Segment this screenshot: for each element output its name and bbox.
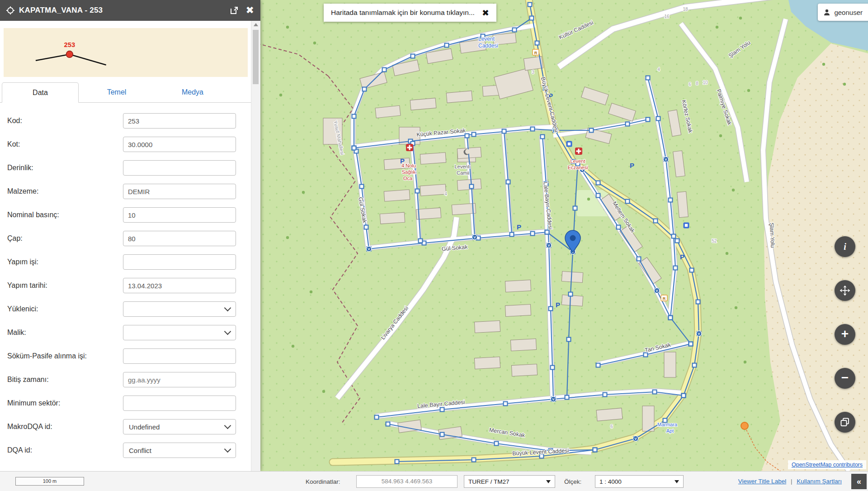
crs-select[interactable]: TUREF / TM27 [464, 475, 555, 488]
field-label: Nominal basınç: [7, 211, 123, 219]
derinlik-input[interactable] [123, 160, 236, 176]
pharmacy-icon [575, 148, 582, 155]
building [457, 179, 481, 191]
field-control [123, 160, 236, 176]
coordinates-value[interactable]: 584.963 4.469.563 [356, 475, 458, 488]
layers-button[interactable] [835, 412, 855, 433]
yuklenici-select[interactable] [123, 301, 236, 317]
svg-text:V: V [656, 289, 658, 293]
field-label: Minimum sektör: [7, 399, 123, 407]
tab-temel[interactable]: Temel [79, 82, 155, 102]
feature-diagram: 253 [4, 28, 248, 77]
kot-input[interactable] [123, 137, 236, 152]
zoom-in-button[interactable]: + [835, 324, 855, 345]
building [420, 184, 446, 196]
tree-icon [843, 83, 846, 86]
zoom-out-button[interactable]: − [835, 368, 855, 389]
map-area[interactable]: PPPPPPRRVVVVVVVVVVVKültür CaddesiPalmiye… [260, 0, 868, 471]
collapse-sidebar-button[interactable]: « [851, 474, 867, 489]
close-icon[interactable]: ✖ [482, 9, 489, 17]
building [561, 271, 583, 282]
app-root: PPPPPPRRVVVVVVVVVVVKültür CaddesiPalmiye… [0, 0, 868, 491]
building [380, 212, 405, 224]
field-control: Undefined [123, 419, 236, 434]
building [420, 153, 446, 164]
tab-data[interactable]: Data [2, 82, 79, 103]
osm-attribution-link[interactable]: OpenStreetMap contributors [792, 462, 863, 468]
user-chip[interactable]: geonuser [818, 4, 868, 21]
nominal-basinc-input[interactable] [123, 207, 236, 223]
svg-text:V: V [634, 437, 637, 441]
valve-icon[interactable]: V [663, 157, 669, 162]
map-scalebar: 100 m [15, 477, 84, 486]
map-label: Apt [666, 428, 674, 434]
minus-icon: − [841, 372, 849, 384]
field-control [123, 372, 236, 387]
sokum-pasife-alinma-isi-input[interactable] [123, 348, 236, 364]
field-control [123, 325, 236, 340]
crs-value: TUREF / TM27 [468, 478, 509, 485]
map-label: 52 [712, 238, 717, 243]
bus-stop-icon [566, 141, 572, 147]
svg-text:V: V [368, 247, 370, 251]
map-label: 4 [444, 191, 447, 196]
tree-icon [726, 252, 728, 255]
yapim-isi-input[interactable] [123, 254, 236, 270]
valve-icon[interactable]: V [472, 234, 477, 240]
svg-text:R: R [663, 296, 666, 301]
kod-input[interactable] [123, 113, 236, 129]
tree-icon [322, 390, 325, 393]
malik-select[interactable] [123, 325, 236, 340]
cap-input[interactable] [123, 231, 236, 246]
valve-icon[interactable]: V [633, 436, 638, 441]
terms-link[interactable]: Kullanım Şartları [797, 478, 842, 485]
map-label: Sağlık [402, 169, 416, 175]
malzeme-input[interactable] [123, 184, 236, 199]
scale-select[interactable]: 1 : 4000 [595, 475, 684, 488]
valve-icon[interactable]: V [551, 396, 556, 402]
field-label: Yüklenici: [7, 305, 123, 313]
map-canvas[interactable]: PPPPPPRRVVVVVVVVVVVKültür CaddesiPalmiye… [260, 0, 868, 471]
panel-close-button[interactable]: ✖ [246, 5, 254, 16]
map-label: Levent [570, 158, 585, 164]
map-label: Levent [478, 36, 495, 42]
viewer-title-link[interactable]: Viewer Title Label [738, 478, 786, 485]
valve-icon[interactable]: V [546, 243, 552, 248]
field-control [123, 184, 236, 199]
popout-button[interactable] [230, 6, 239, 15]
pan-button[interactable] [835, 280, 855, 301]
form-row: Derinlik: [7, 156, 251, 180]
panel-scrollbar[interactable] [251, 21, 260, 471]
yapim-tarihi-input[interactable] [123, 278, 236, 293]
layers-icon [840, 417, 850, 428]
building [677, 191, 689, 218]
makrodqa-id-select[interactable]: Undefined [123, 419, 236, 434]
panel-title: KAPATMA_VANA - 253 [19, 6, 225, 15]
field-label: DQA id: [7, 446, 123, 454]
panel-header: KAPATMA_VANA - 253 ✖ [0, 0, 260, 21]
field-control [123, 278, 236, 293]
scroll-up-icon[interactable] [254, 23, 258, 26]
info-button[interactable]: i [835, 236, 855, 257]
valve-icon[interactable]: V [366, 246, 372, 252]
svg-text:P: P [630, 162, 634, 169]
scrollbar-thumb[interactable] [253, 30, 259, 84]
minimum-sektor-input[interactable] [123, 396, 236, 411]
tree-icon [292, 345, 294, 348]
caret-down-icon [675, 480, 679, 483]
field-control: Conflict [123, 443, 236, 458]
building [664, 352, 676, 377]
tree-icon [302, 191, 305, 194]
bitis-zamani-input[interactable] [123, 372, 236, 387]
tab-medya[interactable]: Medya [155, 82, 231, 102]
dqa-id-select[interactable]: Conflict [123, 443, 236, 458]
feature-panel: KAPATMA_VANA - 253 ✖ 253 Data Temel [0, 0, 260, 471]
scale-value: 1 : 4000 [599, 478, 622, 485]
route-ref-icon: R [533, 49, 539, 55]
tree-icon [716, 26, 718, 29]
info-icon: i [844, 242, 846, 252]
valve-icon[interactable]: V [696, 331, 702, 336]
valve-icon[interactable]: V [654, 288, 660, 293]
map-controls: i + − [835, 236, 855, 433]
tree-icon [744, 361, 746, 363]
